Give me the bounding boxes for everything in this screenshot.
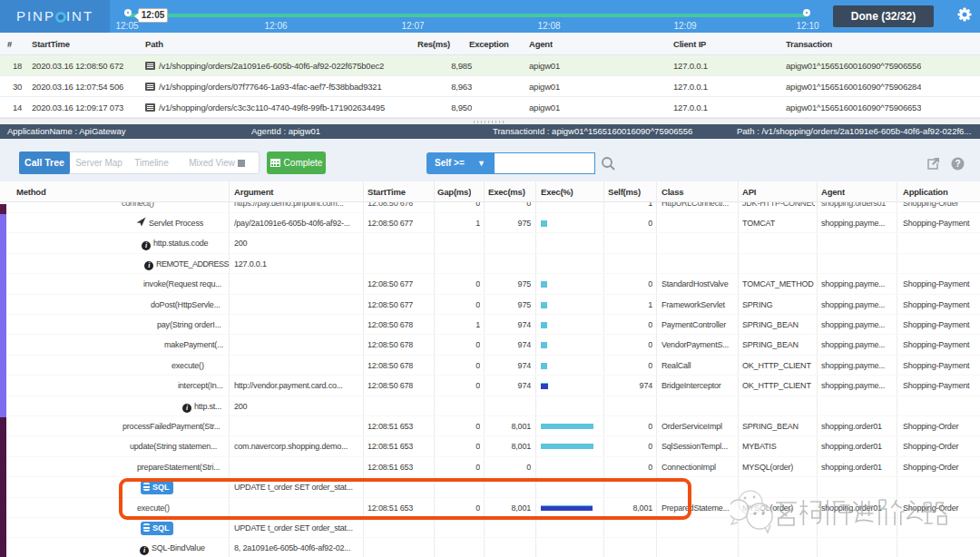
svg-text:?: ? (955, 159, 960, 169)
